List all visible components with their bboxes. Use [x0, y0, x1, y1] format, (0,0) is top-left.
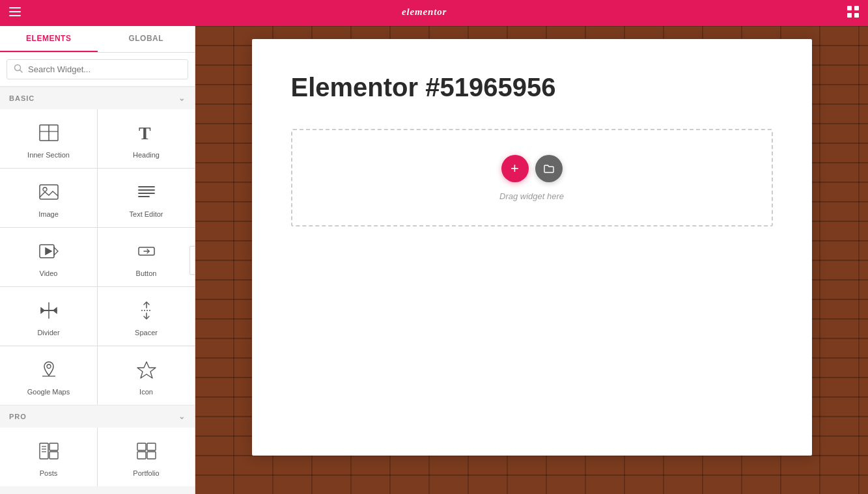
google-maps-icon	[37, 358, 61, 381]
main-layout: ELEMENTS GLOBAL BASIC ⌄	[0, 26, 868, 494]
add-widget-button[interactable]: +	[501, 155, 529, 182]
topbar: elementor	[0, 0, 868, 26]
sidebar: ELEMENTS GLOBAL BASIC ⌄	[0, 26, 195, 494]
drag-actions: +	[501, 155, 563, 182]
widget-label-posts: Posts	[40, 469, 58, 477]
widget-label-spacer: Spacer	[135, 329, 158, 336]
widget-heading[interactable]: T Heading	[98, 109, 195, 168]
widget-label-divider: Divider	[37, 329, 59, 336]
svg-rect-0	[9, 7, 21, 8]
canvas-area: Elementor #51965956 + Drag widget here	[195, 26, 868, 494]
widget-grid-basic: Inner Section T Heading	[0, 109, 195, 405]
section-label-basic: BASIC	[9, 94, 35, 102]
svg-text:elementor: elementor	[402, 6, 447, 16]
section-header-pro[interactable]: PRO ⌄	[0, 405, 195, 428]
svg-rect-41	[49, 452, 58, 459]
topbar-right	[847, 6, 859, 21]
drag-widget-area: + Drag widget here	[291, 129, 773, 226]
drag-label: Drag widget here	[499, 191, 564, 201]
svg-rect-44	[137, 452, 146, 459]
widget-label-video: Video	[40, 269, 58, 277]
sidebar-search	[0, 53, 195, 87]
svg-marker-28	[41, 308, 44, 313]
svg-rect-40	[49, 443, 58, 450]
widget-grid-pro: Posts Portfolio	[0, 428, 195, 486]
video-icon	[37, 240, 61, 263]
widget-label-inner-section: Inner Section	[27, 151, 70, 159]
widget-label-portfolio: Portfolio	[133, 469, 159, 477]
widget-label-icon: Icon	[139, 388, 153, 396]
svg-rect-4	[847, 6, 852, 10]
posts-icon	[37, 439, 61, 463]
widget-divider[interactable]: Divider	[0, 287, 97, 346]
search-input[interactable]	[28, 64, 181, 74]
svg-marker-35	[137, 362, 156, 378]
chevron-down-icon: ⌄	[178, 94, 186, 103]
content-card: Elementor #51965956 + Drag widget here	[252, 39, 812, 456]
widget-label-heading: Heading	[133, 151, 160, 159]
svg-point-16	[43, 187, 47, 191]
svg-rect-2	[9, 15, 21, 16]
image-icon	[37, 180, 61, 204]
widget-label-button: Button	[136, 269, 157, 277]
page-title: Elementor #51965956	[291, 72, 773, 103]
widget-label-google-maps: Google Maps	[27, 388, 70, 396]
svg-rect-15	[40, 185, 58, 199]
svg-line-9	[20, 70, 23, 73]
hamburger-icon[interactable]	[9, 6, 21, 21]
canvas-scroll: Elementor #51965956 + Drag widget here	[195, 26, 868, 494]
template-library-button[interactable]	[535, 155, 563, 182]
svg-marker-22	[54, 247, 58, 255]
search-icon	[14, 64, 23, 75]
widget-icon[interactable]: Icon	[98, 346, 195, 405]
svg-text:T: T	[139, 123, 151, 143]
svg-marker-29	[53, 308, 57, 313]
heading-icon: T	[135, 121, 158, 144]
widget-portfolio[interactable]: Portfolio	[98, 428, 195, 486]
section-header-basic[interactable]: BASIC ⌄	[0, 87, 195, 109]
svg-rect-42	[137, 443, 146, 450]
topbar-logo: elementor	[402, 5, 467, 22]
widget-spacer[interactable]: Spacer	[98, 287, 195, 346]
widget-google-maps[interactable]: Google Maps	[0, 346, 97, 405]
chevron-down-icon-pro: ⌄	[178, 412, 186, 421]
svg-rect-43	[147, 443, 156, 450]
svg-rect-36	[40, 443, 48, 459]
portfolio-icon	[135, 439, 158, 463]
svg-point-33	[47, 364, 51, 368]
text-editor-icon	[135, 180, 158, 204]
svg-rect-45	[147, 452, 156, 459]
divider-icon	[37, 299, 61, 322]
widget-image[interactable]: Image	[0, 169, 97, 227]
svg-rect-5	[854, 6, 859, 10]
widget-posts[interactable]: Posts	[0, 428, 97, 486]
search-wrapper	[7, 59, 188, 79]
widget-video[interactable]: Video	[0, 228, 97, 286]
svg-rect-7	[854, 13, 859, 18]
svg-rect-6	[847, 13, 852, 18]
widget-text-editor[interactable]: Text Editor	[98, 169, 195, 227]
inner-section-icon	[37, 121, 61, 144]
svg-rect-1	[9, 11, 21, 12]
widget-label-image: Image	[38, 210, 59, 218]
svg-marker-23	[46, 248, 51, 254]
button-icon	[135, 240, 158, 263]
topbar-left	[9, 6, 21, 21]
widget-label-text-editor: Text Editor	[130, 210, 163, 218]
sidebar-tabs: ELEMENTS GLOBAL	[0, 26, 195, 53]
tab-elements[interactable]: ELEMENTS	[0, 26, 98, 52]
widget-button[interactable]: Button	[98, 228, 195, 286]
sidebar-collapse-button[interactable]: ‹	[189, 246, 195, 275]
grid-icon[interactable]	[847, 6, 859, 21]
icon-widget-icon	[135, 358, 158, 381]
tab-global[interactable]: GLOBAL	[98, 26, 195, 52]
section-label-pro: PRO	[9, 413, 27, 420]
widget-inner-section[interactable]: Inner Section	[0, 109, 97, 168]
spacer-icon	[135, 299, 158, 322]
